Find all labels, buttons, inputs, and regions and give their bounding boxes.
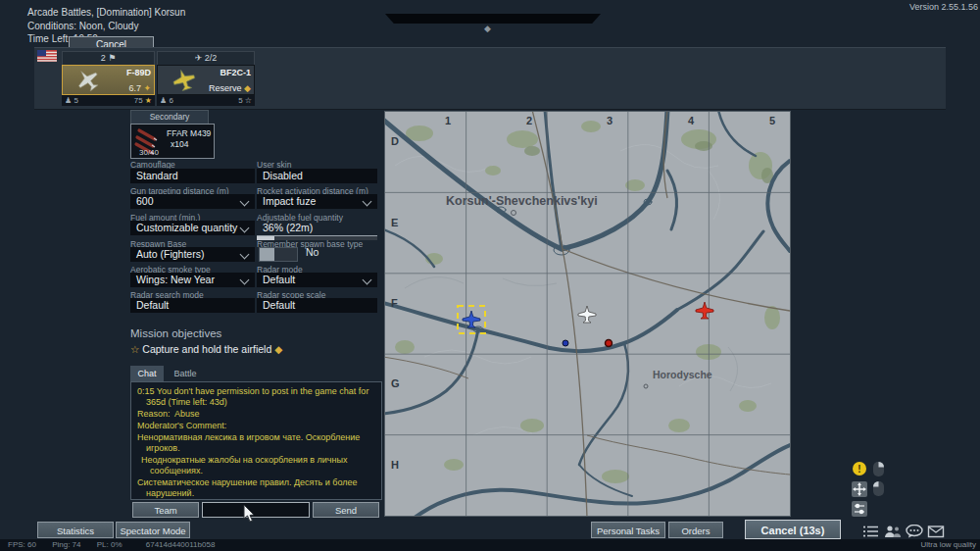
crew-icon: ♟ (65, 96, 72, 105)
grid-row-label: H (391, 459, 399, 471)
grid-col-label: 4 (688, 115, 695, 126)
fuel-amount-select[interactable]: Customizable quantity (130, 221, 255, 235)
crew-count: ♟ 5 (65, 95, 78, 106)
aircraft-name: F-89D (126, 68, 151, 77)
user-skin-select[interactable]: Disabled (257, 169, 377, 183)
spawn-cost: 5 ☆ (238, 95, 252, 106)
objective-text: Capture and hold the airfield (142, 343, 271, 355)
aircraft-card-f89d[interactable]: 2 ⚑ F-89D 6.7 ✦ ♟ 5 75 ★ (62, 51, 155, 103)
chat-message: Reason: Abuse (134, 409, 378, 420)
enemy-ground-marker (606, 340, 612, 347)
chevron-down-icon (240, 250, 250, 260)
chat-message: 0:15 You don't have permission to post i… (134, 386, 378, 408)
grid-row-label: G (391, 377, 400, 389)
team-chat-button[interactable]: Team (132, 502, 199, 518)
right-mouse-icon (873, 462, 884, 476)
radar-mode-select[interactable]: Default (257, 273, 377, 287)
battle-log-icon[interactable] (862, 525, 880, 538)
aircraft-image: F-89D 6.7 ✦ (62, 65, 155, 95)
cost-star-outline-icon: ☆ (245, 96, 252, 105)
weapon-load: 30/40 (139, 148, 159, 157)
spawn-count: 2/2 (205, 53, 218, 63)
card-footer: ♟ 5 75 ★ (62, 95, 155, 106)
card-footer: ♟ 6 5 ☆ (157, 95, 255, 106)
spectator-mode-button[interactable]: Spectator Mode (116, 522, 190, 538)
aircraft-name: BF2C-1 (220, 68, 251, 77)
statistics-button[interactable]: Statistics (37, 522, 114, 538)
spawn-count-header: 2 ⚑ (62, 51, 155, 65)
remember-spawn-toggle[interactable] (259, 247, 298, 262)
ally-ground-marker (563, 340, 568, 346)
packet-loss-label: PL: 0% (97, 540, 122, 549)
rocket-distance-select[interactable]: Impact fuze (257, 194, 377, 209)
usa-flag-icon (37, 50, 57, 62)
team-score-bar (385, 14, 601, 24)
squad-icon[interactable] (884, 525, 902, 538)
chat-message: Неоднократные жалобы на оскорбления в ли… (134, 455, 378, 476)
conditions-label: Conditions: Noon, Cloudy (27, 20, 185, 33)
br-value: Reserve (209, 83, 242, 93)
battle-map[interactable]: 1 2 3 4 5 D E F G H Korsun'-Shevchenkivs… (384, 111, 791, 517)
weapon-slot-ffar[interactable]: FFAR M439 x104 30/40 (130, 124, 215, 159)
chevron-down-icon (240, 276, 250, 285)
secondary-weapons-tab[interactable]: Secondary Weapons (130, 110, 209, 125)
grid-row-label: E (391, 217, 398, 228)
crew-icon: ♟ (160, 96, 167, 105)
radar-scope-select[interactable]: Default (257, 298, 377, 313)
map-control-hints: ! (851, 461, 890, 518)
camouflage-select[interactable]: Standard (130, 169, 255, 183)
tab-battle[interactable]: Battle (164, 366, 207, 381)
grid-col-label: 3 (607, 115, 612, 126)
spawn-flag-icon: ⚑ (108, 53, 116, 63)
weapon-name: FFAR M439 (167, 128, 211, 138)
battle-type-label: Arcade Battles, [Domination] Korsun (27, 6, 185, 20)
plane-icon: ✈ (195, 53, 203, 63)
grid-col-label: 5 (769, 115, 775, 126)
radar-search-select[interactable]: Default (130, 298, 255, 313)
br-value: 6.7 (128, 83, 141, 93)
city-label-horodysche: Horodysche (653, 369, 712, 380)
fuel-quantity-value: 36% (22m) (257, 221, 377, 235)
graphics-quality-label: Ultra low quality (921, 539, 976, 551)
chat-message: Moderator's Comment: (134, 421, 378, 431)
fps-label: FPS: 60 (8, 540, 36, 549)
gun-distance-select[interactable]: 600 (130, 194, 255, 209)
battle-rating: Reserve ◆ (209, 83, 251, 93)
spawn-count: 2 (101, 53, 106, 63)
ping-label: Ping: 74 (52, 540, 80, 549)
objective-star-icon: ☆ (130, 343, 139, 355)
personal-tasks-button[interactable]: Personal Tasks (591, 522, 665, 538)
chat-message-panel[interactable]: 0:15 You don't have permission to post i… (130, 381, 382, 500)
mail-icon[interactable] (927, 525, 945, 538)
chevron-down-icon (240, 224, 250, 233)
cancel-countdown-button[interactable]: Cancel (13s) (745, 520, 841, 539)
smoke-type-select[interactable]: Wings: New Year (130, 273, 255, 287)
objective-diamond-icon: ◆ (274, 343, 282, 355)
grid-row-label: D (391, 135, 399, 147)
grid-col-label: 2 (526, 115, 532, 126)
tab-chat[interactable]: Chat (130, 366, 164, 381)
remember-spawn-value: No (306, 246, 318, 258)
left-mouse-icon (873, 481, 884, 496)
city-label-korsun: Korsun'-Shevchenkivs'kyi (446, 194, 598, 208)
bf2c1-silhouette-icon (159, 66, 212, 93)
score-diamond-icon: ◆ (484, 24, 491, 33)
weapon-count: x104 (171, 139, 188, 149)
f89d-silhouette-icon (64, 66, 115, 93)
aircraft-card-bf2c1[interactable]: ✈ 2/2 BF2C-1 Reserve ◆ ♟ 6 5 ☆ (157, 51, 255, 103)
respawn-base-select[interactable]: Auto (Fighters) (130, 247, 255, 262)
session-id-label: 67414d440011b058 (146, 540, 216, 549)
spawn-cost: 75 ★ (134, 95, 152, 106)
orders-button[interactable]: Orders (668, 522, 723, 538)
grid-col-label: 1 (445, 115, 451, 126)
grid-row-label: F (391, 297, 398, 309)
battle-respawn-screen: Arcade Battles, [Domination] Korsun Cond… (0, 0, 980, 551)
map-settings-icon[interactable] (852, 501, 867, 517)
toggle-knob (260, 248, 274, 261)
chevron-down-icon (363, 197, 372, 207)
send-button[interactable]: Send (313, 502, 379, 518)
chevron-down-icon (240, 197, 250, 207)
chat-icon[interactable] (906, 525, 923, 538)
chat-message: Систематическое нарушение правил. Десять… (134, 477, 378, 499)
spawn-count-header: ✈ 2/2 (157, 51, 255, 65)
